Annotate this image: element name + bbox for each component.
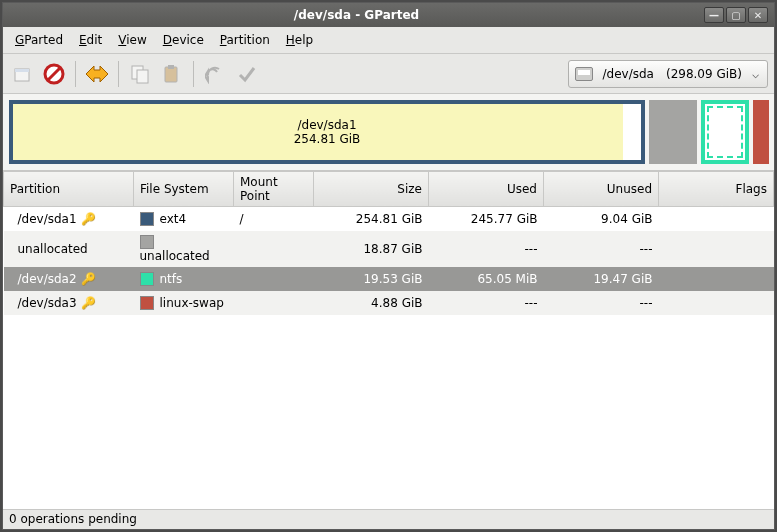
menu-help[interactable]: Help	[280, 31, 319, 49]
cell-mountpoint	[234, 231, 314, 268]
toolbar-separator	[193, 61, 194, 87]
cell-mountpoint: /	[234, 207, 314, 231]
cell-used: 65.05 MiB	[429, 267, 544, 291]
cell-unused: ---	[544, 231, 659, 268]
cell-filesystem: linux-swap	[134, 291, 234, 315]
col-mountpoint[interactable]: Mount Point	[234, 172, 314, 207]
lock-icon: 🔑	[81, 212, 95, 226]
viz-sda2[interactable]	[701, 100, 749, 164]
cell-unused: 19.47 GiB	[544, 267, 659, 291]
cell-size: 4.88 GiB	[314, 291, 429, 315]
cell-partition: unallocated	[4, 231, 134, 268]
resize-button[interactable]	[84, 61, 110, 87]
toolbar-separator	[118, 61, 119, 87]
partition-visual: /dev/sda1 254.81 GiB	[3, 94, 774, 171]
undo-button[interactable]	[202, 61, 228, 87]
close-button[interactable]: ✕	[748, 7, 768, 23]
viz-unallocated[interactable]	[649, 100, 697, 164]
cell-filesystem: unallocated	[134, 231, 234, 268]
new-button[interactable]	[9, 61, 35, 87]
cell-partition: /dev/sda3🔑	[4, 291, 134, 315]
cell-unused: ---	[544, 291, 659, 315]
col-size[interactable]: Size	[314, 172, 429, 207]
col-filesystem[interactable]: File System	[134, 172, 234, 207]
cell-used: ---	[429, 231, 544, 268]
apply-button[interactable]	[234, 61, 260, 87]
cell-unused: 9.04 GiB	[544, 207, 659, 231]
table-row[interactable]: /dev/sda3🔑linux-swap4.88 GiB------	[4, 291, 774, 315]
menu-partition[interactable]: Partition	[214, 31, 276, 49]
lock-icon: 🔑	[81, 296, 95, 310]
viz-main-label: /dev/sda1	[294, 118, 361, 132]
cell-size: 254.81 GiB	[314, 207, 429, 231]
cell-flags	[659, 207, 774, 231]
device-path: /dev/sda	[597, 67, 660, 81]
cell-filesystem: ntfs	[134, 267, 234, 291]
cell-mountpoint	[234, 267, 314, 291]
fs-color-swatch	[140, 212, 154, 226]
col-flags[interactable]: Flags	[659, 172, 774, 207]
fs-color-swatch	[140, 272, 154, 286]
menu-edit[interactable]: Edit	[73, 31, 108, 49]
svg-rect-1	[15, 69, 29, 72]
svg-rect-6	[165, 67, 177, 82]
minimize-button[interactable]: —	[704, 7, 724, 23]
svg-rect-7	[168, 65, 174, 69]
chevron-down-icon: ⌵	[748, 67, 763, 81]
viz-main-size: 254.81 GiB	[294, 132, 361, 146]
cell-partition: /dev/sda1🔑	[4, 207, 134, 231]
maximize-button[interactable]: ▢	[726, 7, 746, 23]
delete-button[interactable]	[41, 61, 67, 87]
partition-table: Partition File System Mount Point Size U…	[3, 171, 774, 509]
lock-icon: 🔑	[81, 272, 95, 286]
cell-flags	[659, 267, 774, 291]
cell-filesystem: ext4	[134, 207, 234, 231]
toolbar: /dev/sda (298.09 GiB) ⌵	[3, 54, 774, 94]
menu-bar: GParted Edit View Device Partition Help	[3, 27, 774, 54]
status-bar: 0 operations pending	[3, 509, 774, 529]
fs-color-swatch	[140, 296, 154, 310]
table-row[interactable]: /dev/sda2🔑ntfs19.53 GiB65.05 MiB19.47 Gi…	[4, 267, 774, 291]
col-partition[interactable]: Partition	[4, 172, 134, 207]
menu-device[interactable]: Device	[157, 31, 210, 49]
device-size: (298.09 GiB)	[660, 67, 748, 81]
menu-gparted[interactable]: GParted	[9, 31, 69, 49]
cell-size: 18.87 GiB	[314, 231, 429, 268]
disk-icon	[575, 67, 593, 81]
table-row[interactable]: /dev/sda1🔑ext4/254.81 GiB245.77 GiB9.04 …	[4, 207, 774, 231]
svg-rect-5	[137, 70, 148, 83]
copy-button[interactable]	[127, 61, 153, 87]
cell-flags	[659, 231, 774, 268]
table-row[interactable]: unallocatedunallocated18.87 GiB------	[4, 231, 774, 268]
cell-mountpoint	[234, 291, 314, 315]
fs-color-swatch	[140, 235, 154, 249]
cell-used: ---	[429, 291, 544, 315]
cell-partition: /dev/sda2🔑	[4, 267, 134, 291]
device-selector[interactable]: /dev/sda (298.09 GiB) ⌵	[568, 60, 768, 88]
cell-used: 245.77 GiB	[429, 207, 544, 231]
col-unused[interactable]: Unused	[544, 172, 659, 207]
cell-flags	[659, 291, 774, 315]
status-text: 0 operations pending	[9, 512, 137, 526]
paste-button[interactable]	[159, 61, 185, 87]
viz-sda3[interactable]	[753, 100, 769, 164]
window-title: /dev/sda - GParted	[9, 8, 704, 22]
cell-size: 19.53 GiB	[314, 267, 429, 291]
viz-sda1[interactable]: /dev/sda1 254.81 GiB	[9, 100, 645, 164]
toolbar-separator	[75, 61, 76, 87]
col-used[interactable]: Used	[429, 172, 544, 207]
window-buttons: — ▢ ✕	[704, 7, 768, 23]
menu-view[interactable]: View	[112, 31, 152, 49]
